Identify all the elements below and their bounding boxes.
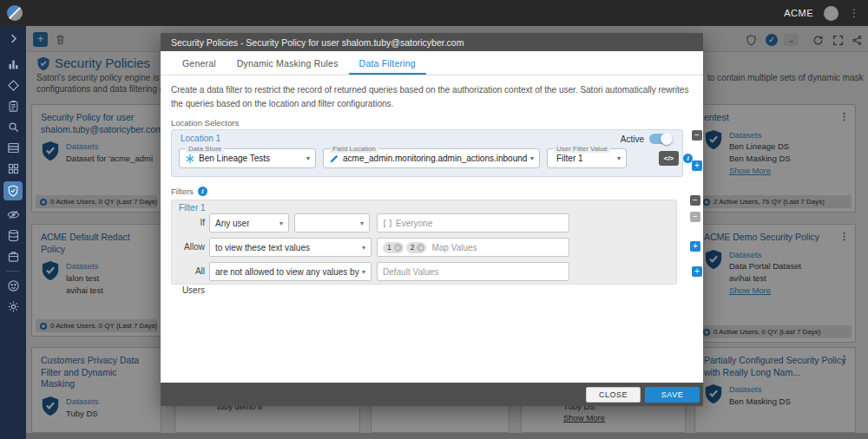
if-label: If [172, 213, 205, 233]
sidebar [0, 26, 26, 439]
chevron-down-icon: ▾ [360, 220, 364, 227]
tab-general[interactable]: General [172, 51, 227, 75]
add-location-button[interactable]: + [692, 161, 702, 171]
allow-label: Allow [172, 238, 205, 257]
map-values-input[interactable]: 1✕ 2✕ Map Values [377, 238, 569, 257]
audit-icon[interactable] [7, 100, 20, 113]
dialog-footer: CLOSE SAVE [161, 383, 703, 406]
settings-icon[interactable] [7, 300, 20, 313]
sidebar-item-security-policies[interactable] [3, 181, 23, 200]
filters-label: Filters i [171, 187, 207, 196]
remove-filter-button[interactable]: − [690, 195, 700, 206]
snowflake-icon [185, 154, 195, 164]
tab-dynamic-masking-rules[interactable]: Dynamic Masking Rules [227, 51, 349, 75]
pencil-icon [329, 154, 339, 164]
add-condition-button[interactable]: + [690, 241, 700, 252]
user-filter-value-select[interactable]: User Filter Value Filter 1 ▾ [547, 148, 627, 168]
info-icon[interactable]: i [198, 187, 207, 196]
filter-panel: Filter 1 If Any user ▾ ▾ Everyone Allow … [171, 200, 677, 285]
data-filter-description: Create a data filter to restrict the rec… [171, 83, 689, 110]
topbar-menu-icon[interactable]: ⋮ [849, 8, 859, 18]
value-chip[interactable]: 1✕ [383, 242, 404, 253]
top-bar: ACME ⋮ [0, 0, 868, 26]
remove-chip-icon[interactable]: ✕ [417, 244, 424, 252]
code-view-button[interactable]: </> [659, 151, 679, 166]
account-name: ACME [784, 8, 813, 18]
everyone-icon [383, 219, 392, 228]
location-selectors-label: Location Selectors [171, 118, 239, 128]
dashboard-icon[interactable] [7, 58, 20, 71]
security-policy-dialog: Security Policies - Security Policy for … [161, 33, 703, 406]
tab-data-filtering[interactable]: Data Filtering [349, 51, 426, 75]
default-action-select[interactable]: are not allowed to view any values by de… [209, 262, 372, 281]
allow-action-select[interactable]: to view these text values ▾ [209, 238, 372, 257]
expand-sidebar-icon[interactable] [7, 32, 20, 45]
save-button[interactable]: SAVE [645, 387, 700, 403]
filter-name: Filter 1 [179, 203, 206, 213]
remove-location-button[interactable]: − [692, 130, 702, 141]
chevron-down-icon: ▾ [530, 154, 534, 162]
active-label: Active [621, 134, 644, 144]
default-values-input[interactable]: Default Values [377, 262, 569, 281]
active-toggle[interactable] [649, 134, 672, 144]
add-filter-button[interactable]: + [692, 266, 702, 277]
location-name: Location 1 [181, 134, 220, 143]
remove-condition-button[interactable]: − [690, 212, 700, 222]
if-condition-secondary-select[interactable]: ▾ [294, 213, 370, 233]
data-stores-icon[interactable] [7, 229, 20, 242]
inventory-icon[interactable] [7, 250, 20, 263]
dialog-tabs: General Dynamic Masking Rules Data Filte… [161, 51, 703, 75]
close-button[interactable]: CLOSE [586, 387, 641, 403]
data-flows-icon[interactable] [7, 79, 20, 92]
masking-icon[interactable] [7, 208, 20, 221]
users-icon[interactable] [7, 279, 20, 292]
location-panel: Location 1 Active Data Store Ben Lineage… [171, 129, 683, 177]
search-icon[interactable] [7, 121, 20, 134]
if-value-input[interactable]: Everyone [377, 213, 569, 233]
satori-logo-icon [7, 5, 23, 21]
apps-icon[interactable] [7, 162, 20, 175]
datasets-icon[interactable] [7, 141, 20, 154]
sidebar-divider [6, 271, 20, 272]
chevron-down-icon: ▾ [306, 154, 310, 162]
data-store-select[interactable]: Data Store Ben Lineage Tests ▾ [179, 148, 316, 168]
remove-chip-icon[interactable]: ✕ [394, 244, 402, 252]
value-chip[interactable]: 2✕ [406, 242, 427, 253]
all-users-label: All Users [172, 262, 205, 300]
chevron-down-icon: ▾ [279, 220, 283, 227]
field-location-select[interactable]: Field Location acme_admin.monitoring.adm… [323, 148, 540, 168]
if-condition-select[interactable]: Any user ▾ [209, 213, 289, 233]
avatar[interactable] [824, 6, 838, 21]
chevron-down-icon: ▾ [362, 244, 365, 252]
chevron-down-icon: ▾ [617, 154, 621, 162]
dialog-title: Security Policies - Security Policy for … [161, 33, 703, 51]
chevron-down-icon: ▾ [362, 268, 365, 276]
